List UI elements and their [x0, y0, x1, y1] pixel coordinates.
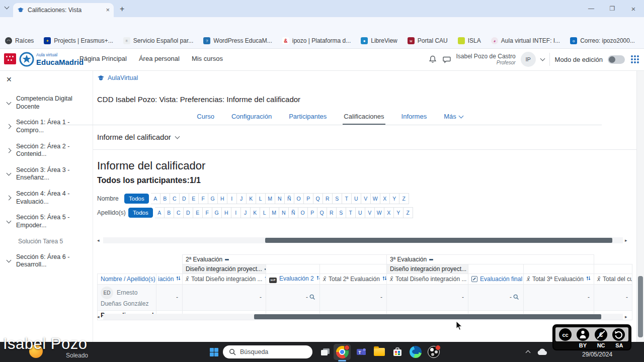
collapse-minus-icon[interactable]: [225, 259, 229, 260]
chevron-right-icon[interactable]: [7, 124, 12, 129]
user-avatar[interactable]: IP: [521, 52, 536, 67]
new-tab-button[interactable]: +: [120, 5, 124, 14]
letter-filter-button[interactable]: D: [180, 193, 189, 204]
start-button[interactable]: [205, 344, 222, 360]
letter-filter-button[interactable]: P: [308, 207, 317, 218]
restore-icon[interactable]: ❐: [602, 0, 623, 17]
letter-filter-button[interactable]: V: [365, 207, 375, 218]
letter-filter-button[interactable]: F: [199, 193, 208, 204]
sidebar-item-seccion-5[interactable]: Sección 5: Área 5 - Empoder...: [0, 210, 93, 233]
letter-filter-button[interactable]: K: [247, 193, 256, 204]
letter-filter-button[interactable]: B: [160, 193, 170, 204]
letter-filter-button[interactable]: Q: [313, 193, 323, 204]
tab-configuracion[interactable]: Configuración: [230, 110, 273, 125]
obs-taskbar-button[interactable]: [425, 344, 442, 360]
sidebar-item-seccion-6[interactable]: Sección 6: Área 6 - Desarroll...: [0, 249, 93, 273]
letter-filter-button[interactable]: D: [184, 207, 193, 218]
chevron-down-icon[interactable]: [7, 100, 12, 105]
browser-tab[interactable]: Calificaciones: Vista ×: [13, 3, 114, 17]
drawer-close-icon[interactable]: ✕: [6, 75, 12, 83]
report-selector-dropdown[interactable]: Informe del calificador: [97, 133, 179, 141]
apps-grid-icon[interactable]: [630, 54, 640, 64]
letter-filter-button[interactable]: Y: [394, 207, 404, 218]
collapse-minus-icon[interactable]: [429, 259, 433, 260]
nav-mis-cursos[interactable]: Mis cursos: [192, 55, 223, 62]
letter-filter-button[interactable]: L: [260, 207, 270, 218]
letter-filter-button[interactable]: O: [294, 193, 304, 204]
scrollbar-track[interactable]: [103, 237, 623, 243]
letter-filter-button[interactable]: G: [208, 193, 218, 204]
letter-filter-button[interactable]: X: [384, 207, 394, 218]
tab-informes[interactable]: Informes: [400, 110, 428, 125]
letter-filter-button[interactable]: N: [279, 207, 289, 218]
bookmark-ipozo[interactable]: &ipozo | Plataforma d...: [282, 37, 351, 44]
tab-close-icon[interactable]: ×: [106, 7, 110, 13]
onedrive-cloud-icon[interactable]: [536, 348, 547, 356]
scrollbar-thumb[interactable]: [265, 238, 612, 243]
letter-filter-button[interactable]: Z: [404, 207, 413, 218]
grade-cell[interactable]: -: [387, 284, 468, 310]
chevron-right-icon[interactable]: [7, 196, 12, 201]
tray-chevron-icon[interactable]: [526, 350, 531, 355]
first-name-all-button[interactable]: Todos: [124, 194, 149, 204]
tab-mas[interactable]: Más: [443, 110, 464, 125]
bookmark-libreview[interactable]: ●LibreView: [361, 37, 397, 44]
scroll-left-icon[interactable]: ◂: [97, 238, 101, 243]
grade-cell[interactable]: -: [468, 284, 524, 310]
scrollbar-track[interactable]: [103, 314, 623, 320]
letter-filter-button[interactable]: V: [361, 193, 371, 204]
letter-filter-button[interactable]: A: [151, 193, 160, 204]
letter-filter-button[interactable]: C: [170, 193, 180, 204]
letter-filter-button[interactable]: Q: [317, 207, 327, 218]
close-icon[interactable]: ×: [623, 0, 644, 17]
sort-icon[interactable]: [316, 275, 320, 281]
scrollbar-thumb[interactable]: [638, 276, 643, 337]
nav-pagina-principal[interactable]: Página Principal: [79, 55, 127, 62]
brand-name[interactable]: EducaMadrid: [36, 58, 84, 66]
letter-filter-button[interactable]: N: [275, 193, 285, 204]
sidebar-item-seccion-4[interactable]: Sección 4: Área 4 - Evaluació...: [0, 186, 93, 210]
letter-filter-button[interactable]: I: [231, 207, 241, 218]
bookmark-portal-cau[interactable]: wPortal CAU: [408, 37, 448, 44]
letter-filter-button[interactable]: H: [222, 207, 231, 218]
letter-filter-button[interactable]: M: [266, 193, 275, 204]
table-scrollbar-bottom[interactable]: ◂ ▸: [97, 313, 629, 320]
bookmark-erasmus[interactable]: ✦Projects | Erasmus+...: [44, 37, 113, 44]
letter-filter-button[interactable]: I: [227, 193, 237, 204]
sidebar-item-seccion-2[interactable]: Sección 2: Área 2 - Contenid...: [0, 139, 93, 162]
letter-filter-button[interactable]: F: [203, 207, 212, 218]
grade-cell[interactable]: -: [156, 284, 183, 310]
sort-icon[interactable]: [382, 276, 387, 281]
breadcrumb-link[interactable]: AulaVirtual: [108, 74, 138, 81]
chrome-taskbar-button[interactable]: [334, 344, 351, 360]
scrollbar-thumb[interactable]: [254, 314, 601, 319]
bookmark-intef[interactable]: ◕Aula virtual INTEF: I...: [491, 37, 560, 44]
scroll-right-icon[interactable]: ▸: [625, 238, 629, 243]
student-avatar[interactable]: ED: [101, 287, 113, 299]
grade-zoom-icon[interactable]: [309, 294, 315, 300]
letter-filter-button[interactable]: E: [193, 207, 203, 218]
bookmark-isla[interactable]: ISLA: [458, 37, 481, 44]
chevron-down-icon[interactable]: [7, 171, 12, 176]
letter-filter-button[interactable]: J: [237, 193, 247, 204]
edit-mode-toggle[interactable]: [608, 55, 625, 64]
breadcrumb[interactable]: AulaVirtual: [97, 74, 138, 81]
taskbar-search[interactable]: Búsqueda: [223, 345, 312, 358]
tab-participantes[interactable]: Participantes: [288, 110, 328, 125]
bookmark-servicio-espanol[interactable]: ✳Servicio Español par...: [123, 37, 193, 44]
chevron-down-icon[interactable]: [7, 218, 12, 223]
bookmark-correo[interactable]: oCorreo: ipozo2000...: [570, 37, 635, 44]
grade-cell[interactable]: -: [320, 284, 387, 310]
letter-filter-button[interactable]: K: [251, 207, 260, 218]
sidebar-item-seccion-3[interactable]: Sección 3: Área 3 - Enseñanz...: [0, 162, 93, 186]
sort-name-link[interactable]: Nombre / Apellido(s): [101, 276, 155, 283]
letter-filter-button[interactable]: X: [380, 193, 390, 204]
minimize-icon[interactable]: —: [581, 0, 602, 17]
letter-filter-button[interactable]: R: [323, 193, 333, 204]
letter-filter-button[interactable]: Ñ: [289, 207, 298, 218]
bookmark-wordpress[interactable]: ?WordPress EducaM...: [203, 37, 272, 44]
letter-filter-button[interactable]: B: [165, 207, 174, 218]
bookmark-raices[interactable]: ◠Raíces: [5, 37, 34, 44]
notifications-bell-icon[interactable]: [428, 55, 437, 64]
tab-calificaciones[interactable]: Calificaciones: [343, 110, 385, 125]
